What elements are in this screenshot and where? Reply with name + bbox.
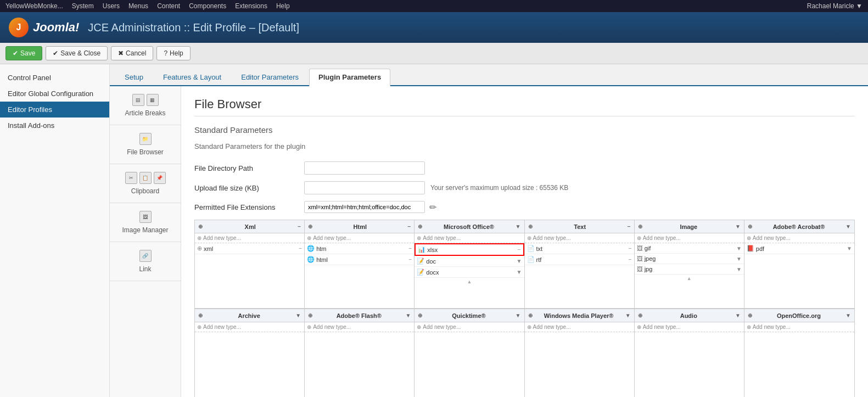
upload-size-label: Upload file size (KB)	[194, 184, 304, 192]
image-add-type[interactable]: ⊕ Add new type...	[635, 233, 744, 243]
windows-add-type[interactable]: ⊕ Add new type...	[525, 322, 634, 332]
extensions-edit-button[interactable]: ✏	[429, 202, 436, 213]
header-title: JCE Administration :: Edit Profile – [De…	[88, 21, 299, 34]
tabs: Setup Features & Layout Editor Parameter…	[110, 64, 868, 86]
col-acrobat-move-btn[interactable]: ⊕	[747, 223, 753, 230]
file-directory-input[interactable]	[304, 161, 425, 175]
jpeg-file-icon: 🖼	[637, 255, 643, 262]
col-html-move-btn[interactable]: ⊕	[307, 223, 313, 230]
openoffice-add-type[interactable]: ⊕ Add new type...	[744, 322, 854, 332]
tab-plugin-parameters[interactable]: Plugin Parameters	[309, 69, 390, 86]
file-item-docx: 📝 docx ▼	[415, 267, 524, 278]
rtf-file-remove[interactable]: −	[629, 256, 632, 262]
col-ms-move-btn[interactable]: ⊕	[417, 223, 423, 230]
quicktime-add-type[interactable]: ⊕ Add new type...	[415, 322, 524, 332]
save-close-button[interactable]: ✔ Save & Close	[46, 46, 108, 60]
file-item-txt: 📄 txt −	[525, 243, 634, 254]
site-link[interactable]: YellowWebMonke...	[5, 2, 63, 10]
txt-file-remove[interactable]: −	[629, 245, 632, 251]
tab-editor-parameters[interactable]: Editor Parameters	[232, 69, 308, 85]
save-button[interactable]: ✔ Save	[5, 46, 42, 60]
audio-add-type[interactable]: ⊕ Add new type...	[635, 322, 744, 332]
cancel-label: Cancel	[126, 49, 146, 57]
acrobat-add-label: Add new type...	[753, 235, 791, 241]
col-adobe-flash: ⊕ Adobe® Flash® ▼ ⊕ Add new type...	[305, 309, 415, 397]
col-audio-move-btn[interactable]: ⊕	[637, 312, 643, 319]
col-acrobat-remove-btn[interactable]: ▼	[844, 223, 852, 230]
nav-components[interactable]: Components	[189, 2, 226, 10]
sidebar-item-editor-global[interactable]: Editor Global Configuration	[0, 86, 109, 102]
ms-add-type[interactable]: ⊕ Add new type...	[415, 233, 524, 243]
jpeg-file-remove[interactable]: ▼	[736, 256, 742, 262]
html-file-remove[interactable]: −	[408, 256, 412, 262]
file-item-pdf: 📕 pdf ▼	[744, 243, 854, 254]
col-audio-title: Audio	[643, 312, 734, 319]
col-text-move-btn[interactable]: ⊕	[527, 223, 534, 230]
col-quicktime: ⊕ Quicktime® ▼ ⊕ Add new type...	[415, 309, 524, 397]
user-menu[interactable]: Rachael Maricle ▼	[807, 2, 863, 10]
jpg-file-remove[interactable]: ▼	[736, 266, 742, 272]
col-windows-remove-btn[interactable]: ▼	[624, 312, 632, 319]
doc-file-name: doc	[426, 258, 514, 265]
html-add-type[interactable]: ⊕ Add new type...	[305, 233, 414, 243]
sidebar-item-install-addons[interactable]: Install Add-ons	[0, 118, 109, 133]
col-archive-title: Archive	[204, 312, 294, 319]
htm-file-remove[interactable]: −	[408, 245, 412, 251]
col-archive-remove-btn[interactable]: ▼	[294, 312, 302, 319]
col-quicktime-move-btn[interactable]: ⊕	[417, 312, 423, 319]
doc-file-remove[interactable]: ▼	[517, 258, 522, 264]
docx-file-remove[interactable]: ▼	[517, 269, 522, 275]
acrobat-add-type[interactable]: ⊕ Add new type...	[744, 233, 854, 243]
xml-add-type[interactable]: ⊕ Add new type...	[195, 233, 304, 243]
joomla-logo: J	[9, 18, 29, 37]
col-html-remove-btn[interactable]: −	[406, 223, 412, 230]
archive-add-label: Add new type...	[203, 324, 241, 330]
tab-setup[interactable]: Setup	[115, 69, 153, 85]
section-title: File Browser	[194, 97, 855, 116]
nav-help[interactable]: Help	[276, 2, 290, 10]
plugin-sidebar-clipboard[interactable]: ✂ 📋 📌 Clipboard	[110, 164, 181, 203]
image-add-icon: ⊕	[637, 235, 641, 241]
col-openoffice-move-btn[interactable]: ⊕	[747, 312, 753, 319]
col-audio-remove-btn[interactable]: ▼	[734, 312, 742, 319]
xml-file-remove[interactable]: −	[299, 245, 302, 251]
plugin-sidebar-image-manager[interactable]: 🖼 Image Manager	[110, 203, 181, 242]
col-archive-move-btn[interactable]: ⊕	[197, 312, 204, 319]
pdf-file-remove[interactable]: ▼	[847, 245, 852, 251]
col-xml-move-btn[interactable]: ⊕	[197, 223, 204, 230]
xlsx-file-remove[interactable]: −	[518, 247, 521, 253]
col-flash-remove-btn[interactable]: ▼	[404, 312, 412, 319]
flash-add-type[interactable]: ⊕ Add new type...	[305, 322, 414, 332]
extensions-label: Permitted File Extensions	[194, 203, 304, 211]
plugin-sidebar-article-breaks[interactable]: ▤ ▦ Article Breaks	[110, 86, 181, 125]
help-button[interactable]: ? Help	[156, 46, 190, 60]
col-flash-move-btn[interactable]: ⊕	[307, 312, 313, 319]
nav-extensions[interactable]: Extensions	[235, 2, 267, 10]
sidebar-item-editor-profiles[interactable]: Editor Profiles	[0, 102, 109, 118]
nav-users[interactable]: Users	[103, 2, 120, 10]
col-ms-remove-btn[interactable]: ▼	[514, 223, 522, 230]
tab-features-layout[interactable]: Features & Layout	[154, 69, 231, 85]
col-image-remove-btn[interactable]: ▼	[734, 223, 742, 230]
col-xml-remove-btn[interactable]: −	[296, 223, 302, 230]
nav-menus[interactable]: Menus	[128, 2, 148, 10]
extensions-input[interactable]	[304, 201, 425, 213]
sidebar-item-control-panel[interactable]: Control Panel	[0, 70, 109, 86]
text-add-type[interactable]: ⊕ Add new type...	[525, 233, 634, 243]
archive-add-type[interactable]: ⊕ Add new type...	[195, 322, 304, 332]
col-image-move-btn[interactable]: ⊕	[637, 223, 643, 230]
pdf-file-name: pdf	[756, 245, 845, 252]
col-openoffice-remove-btn[interactable]: ▼	[844, 312, 852, 319]
col-image: ⊕ Image ▼ ⊕ Add new type... 🖼 gif ▼	[635, 220, 744, 308]
nav-content[interactable]: Content	[157, 2, 180, 10]
col-quicktime-remove-btn[interactable]: ▼	[514, 312, 522, 319]
nav-system[interactable]: System	[72, 2, 94, 10]
gif-file-remove[interactable]: ▼	[736, 245, 742, 251]
upload-size-input[interactable]	[304, 181, 425, 194]
col-acrobat-header: ⊕ Adobe® Acrobat® ▼	[744, 220, 854, 233]
cancel-button[interactable]: ✖ Cancel	[111, 46, 153, 60]
plugin-sidebar-link[interactable]: 🔗 Link	[110, 242, 181, 281]
plugin-sidebar-file-browser[interactable]: 📁 File Browser	[110, 125, 181, 164]
col-windows-move-btn[interactable]: ⊕	[527, 312, 534, 319]
col-text-remove-btn[interactable]: −	[626, 223, 632, 230]
